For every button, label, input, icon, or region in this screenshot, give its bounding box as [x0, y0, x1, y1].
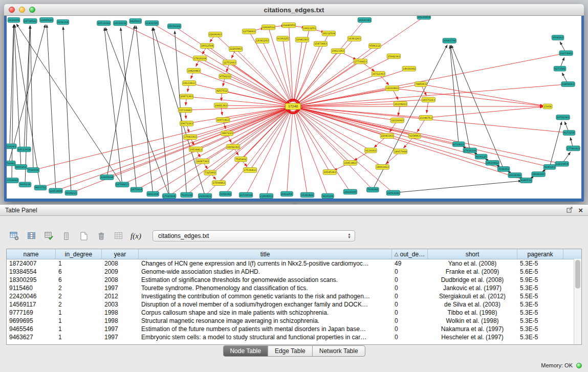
graph-node[interactable]: 15056302	[168, 24, 181, 29]
graph-node[interactable]: 19081363	[214, 103, 227, 108]
graph-node[interactable]: 8604213	[65, 190, 77, 195]
graph-node[interactable]: 12216063	[390, 118, 404, 123]
delete-table-icon[interactable]	[94, 229, 108, 243]
graph-node[interactable]: 18575163	[422, 97, 435, 102]
graph-node[interactable]: 7325402	[204, 170, 216, 176]
graph-node[interactable]: 21046763	[419, 115, 432, 120]
graph-node[interactable]: 9154963	[409, 134, 421, 139]
graph-node[interactable]: 10722341	[556, 115, 570, 120]
graph-node[interactable]: 19613363	[331, 49, 344, 54]
table-row[interactable]: 1872400712008Changes of HCN gene express…	[7, 259, 581, 268]
close-panel-icon[interactable]: ×	[578, 207, 583, 214]
table-row[interactable]: 911546021997Tourette syndrome. Phenomeno…	[7, 284, 581, 292]
network-graph[interactable]: 2616009197385211184562091563042053194216…	[7, 16, 581, 199]
close-window-button[interactable]	[9, 7, 15, 13]
column-header-pagerank[interactable]: pagerank	[517, 249, 563, 259]
table-mode-icon[interactable]	[7, 229, 21, 243]
graph-node[interactable]: 15958	[543, 104, 552, 109]
column-header-year[interactable]: year	[102, 249, 139, 259]
graph-node[interactable]: 16640950	[282, 23, 295, 28]
graph-node[interactable]: 17818104	[193, 56, 206, 61]
graph-node[interactable]: 9425663	[129, 18, 142, 24]
network-view-window[interactable]: citations_edges.txt 26160091973852111845…	[4, 4, 584, 202]
graph-node[interactable]: 17740363	[567, 146, 580, 151]
graph-node[interactable]: 16704213	[116, 182, 129, 187]
graph-node[interactable]: 9119363	[365, 148, 377, 153]
graph-node[interactable]: 22093641	[386, 190, 400, 195]
graph-node[interactable]: 17240	[286, 103, 301, 110]
graph-node[interactable]: 17936104	[463, 148, 476, 153]
column-header-in_degree[interactable]: in_degree	[56, 249, 102, 259]
graph-node[interactable]: 22606512	[262, 25, 275, 30]
graph-node[interactable]: 18341263	[255, 38, 269, 43]
graph-node[interactable]: 11845620	[40, 17, 53, 23]
graph-node[interactable]: 18040365	[532, 172, 545, 177]
add-column-icon[interactable]	[42, 229, 56, 243]
tab-network-table[interactable]: Network Table	[313, 346, 365, 356]
graph-node[interactable]: 9240532	[520, 178, 532, 183]
graph-node[interactable]: 9336125	[277, 36, 289, 41]
graph-node[interactable]: 15642363	[387, 54, 400, 59]
graph-node[interactable]: 11519042	[7, 178, 18, 183]
graph-node[interactable]: 16752041	[7, 161, 15, 166]
graph-node[interactable]: 9461304	[147, 191, 159, 196]
graph-node[interactable]: 20516041	[7, 144, 16, 149]
graph-node[interactable]: 7036952	[497, 167, 510, 172]
column-header-out_de[interactable]: △out_de…	[392, 249, 428, 259]
graph-node[interactable]: 20531942	[97, 20, 111, 26]
graph-node[interactable]: 8063254	[281, 191, 293, 196]
graph-node[interactable]: 15473663	[314, 41, 327, 47]
graph-node[interactable]: 2875904	[130, 187, 143, 192]
graph-node[interactable]: 20671163	[180, 121, 193, 126]
column-header-name[interactable]: name	[7, 249, 56, 259]
graph-node[interactable]: 4257512	[216, 89, 228, 94]
graph-node[interactable]: 19360412	[198, 193, 211, 199]
graph-node[interactable]: 12210454	[555, 161, 569, 166]
table-row[interactable]: 1456911722003Disruption of a novel membe…	[7, 300, 581, 309]
graph-node[interactable]: 22043363	[380, 134, 394, 139]
graph-node[interactable]: 3867213	[221, 131, 233, 136]
window-titlebar[interactable]: citations_edges.txt	[4, 4, 584, 16]
graph-node[interactable]: 9273541	[554, 66, 566, 71]
graph-node[interactable]: 12210463	[385, 86, 399, 91]
graph-node[interactable]: 17925604	[163, 193, 176, 199]
graph-node[interactable]: 18130454	[417, 16, 430, 19]
graph-node[interactable]: 16973413	[216, 117, 229, 122]
graph-node[interactable]: 7525462	[235, 157, 247, 162]
graph-node[interactable]: 16510332	[114, 20, 127, 26]
table-row[interactable]: 2242004622012Investigating the contribut…	[7, 292, 581, 300]
graph-node[interactable]: 5905136	[19, 182, 31, 187]
row-tools-icon[interactable]	[59, 229, 73, 243]
graph-node[interactable]: 9156304	[57, 19, 69, 25]
graph-node[interactable]: 12751663	[223, 60, 236, 65]
graph-node[interactable]: 15360421	[300, 192, 314, 198]
graph-node[interactable]: 9754212	[219, 74, 231, 79]
graph-node[interactable]: 19536413	[189, 147, 202, 152]
graph-node[interactable]: 9173254	[563, 130, 575, 136]
graph-node[interactable]: 19630412	[486, 160, 499, 165]
graph-node[interactable]: 21804063	[259, 193, 273, 199]
graph-node[interactable]: 18012504	[200, 43, 213, 49]
graph-node[interactable]: 7936042	[367, 187, 379, 192]
graph-node[interactable]: 19738521	[24, 18, 37, 24]
tab-node-table[interactable]: Node Table	[223, 346, 268, 356]
graph-node[interactable]: 16454163	[561, 82, 575, 87]
table-row[interactable]: 946362711997Embryonic stem cells: a mode…	[7, 333, 581, 341]
table-row[interactable]: 1938455462009Genome-wide association stu…	[7, 268, 581, 276]
network-canvas[interactable]: 2616009197385211184562091563042053194216…	[7, 16, 581, 199]
column-header-title[interactable]: title	[139, 249, 392, 259]
graph-node[interactable]: 18112504	[322, 31, 335, 36]
graph-node[interactable]: 7635104	[181, 192, 193, 198]
graph-node[interactable]: 8793610	[452, 142, 465, 147]
graph-node[interactable]: 16092363	[226, 144, 239, 149]
graph-node[interactable]: 9586112	[369, 43, 381, 49]
graph-node[interactable]: 14420463	[187, 68, 200, 73]
graph-node[interactable]: 16381263	[347, 36, 361, 41]
graph-node[interactable]: 18957964	[394, 149, 407, 154]
network-selector-dropdown[interactable]: citations_edges.txt ▲▼	[153, 230, 355, 242]
graph-node[interactable]: 15453463	[343, 160, 357, 165]
graph-node[interactable]: 9036125	[475, 154, 487, 159]
graph-node[interactable]: 16104263	[394, 101, 407, 106]
table-row[interactable]: 977716911998Corpus callosum shape and si…	[7, 309, 581, 317]
graph-node[interactable]: 16643794	[443, 38, 456, 43]
